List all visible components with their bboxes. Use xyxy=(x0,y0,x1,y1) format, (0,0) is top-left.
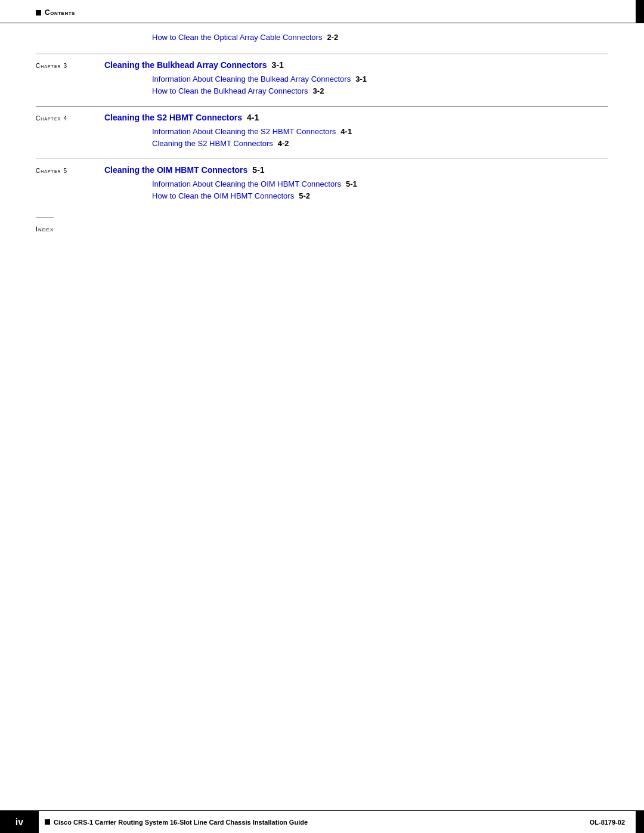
footer: iv Cisco CRS-1 Carrier Routing System 16… xyxy=(0,810,644,833)
toc-optical-row: How to Clean the Optical Array Cable Con… xyxy=(152,33,608,42)
header: Contents xyxy=(36,8,75,17)
chapter-5-sub-2-page: 5-2 xyxy=(299,191,310,200)
index-label[interactable]: Index xyxy=(36,225,54,233)
chapter-4-sub-1-page: 4-1 xyxy=(340,127,352,136)
chapter-3-label: Chapter 3 xyxy=(36,63,104,69)
footer-square-icon xyxy=(45,819,50,825)
chapter-4-page: 4-1 xyxy=(247,113,259,122)
chapter-3-sub-1-link[interactable]: Information About Cleaning the Bulkead A… xyxy=(152,75,351,83)
chapter-4-row: Chapter 4 Cleaning the S2 HBMT Connector… xyxy=(36,106,608,122)
footer-document-title: Cisco CRS-1 Carrier Routing System 16-Sl… xyxy=(54,819,308,826)
optical-cable-page: 2-2 xyxy=(327,33,338,42)
chapter-3-page: 3-1 xyxy=(272,60,284,70)
header-square-icon xyxy=(36,10,41,16)
chapter-3-sub-2: How to Clean the Bulkhead Array Connecto… xyxy=(152,86,608,95)
chapter-5-section: Chapter 5 Cleaning the OIM HBMT Connecto… xyxy=(36,159,608,200)
chapter-5-page: 5-1 xyxy=(252,165,264,175)
chapter-4-title[interactable]: Cleaning the S2 HBMT Connectors xyxy=(104,113,242,122)
chapter-5-sub-1: Information About Cleaning the OIM HBMT … xyxy=(152,179,608,188)
main-content: How to Clean the Optical Array Cable Con… xyxy=(36,33,608,233)
chapter-3-title[interactable]: Cleaning the Bulkhead Array Connectors xyxy=(104,60,267,70)
chapter-4-sub-2-link[interactable]: Cleaning the S2 HBMT Connectors xyxy=(152,139,273,148)
top-border xyxy=(0,23,644,23)
chapter-3-section: Chapter 3 Cleaning the Bulkhead Array Co… xyxy=(36,54,608,95)
optical-cable-link[interactable]: How to Clean the Optical Array Cable Con… xyxy=(152,33,322,42)
chapter-5-sub-1-link[interactable]: Information About Cleaning the OIM HBMT … xyxy=(152,179,341,188)
chapter-5-sub-2: How to Clean the OIM HBMT Connectors 5-2 xyxy=(152,191,608,200)
chapter-3-sub-2-link[interactable]: How to Clean the Bulkhead Array Connecto… xyxy=(152,86,308,95)
chapter-5-title[interactable]: Cleaning the OIM HBMT Connectors xyxy=(104,165,247,175)
index-section: Index xyxy=(36,217,54,233)
chapter-5-label: Chapter 5 xyxy=(36,168,104,174)
chapter-3-sub-2-page: 3-2 xyxy=(313,86,324,95)
footer-page-number: iv xyxy=(0,811,39,834)
chapter-3-row: Chapter 3 Cleaning the Bulkhead Array Co… xyxy=(36,54,608,70)
chapter-5-row: Chapter 5 Cleaning the OIM HBMT Connecto… xyxy=(36,159,608,175)
chapter-3-sub-1-page: 3-1 xyxy=(355,75,367,83)
chapter-3-sub-1: Information About Cleaning the Bulkead A… xyxy=(152,75,608,83)
right-tab xyxy=(636,0,644,23)
chapter-4-section: Chapter 4 Cleaning the S2 HBMT Connector… xyxy=(36,106,608,148)
chapter-4-sub-2: Cleaning the S2 HBMT Connectors 4-2 xyxy=(152,139,608,148)
header-title: Contents xyxy=(45,8,75,17)
chapter-4-sub-1: Information About Cleaning the S2 HBMT C… xyxy=(152,127,608,136)
footer-right-tab xyxy=(636,811,644,834)
chapter-5-sub-1-page: 5-1 xyxy=(346,179,357,188)
chapter-4-sub-1-link[interactable]: Information About Cleaning the S2 HBMT C… xyxy=(152,127,336,136)
chapter-4-label: Chapter 4 xyxy=(36,115,104,122)
chapter-4-sub-2-page: 4-2 xyxy=(278,139,289,148)
footer-doc-number: OL-8179-02 xyxy=(590,819,625,826)
chapter-5-sub-2-link[interactable]: How to Clean the OIM HBMT Connectors xyxy=(152,191,294,200)
